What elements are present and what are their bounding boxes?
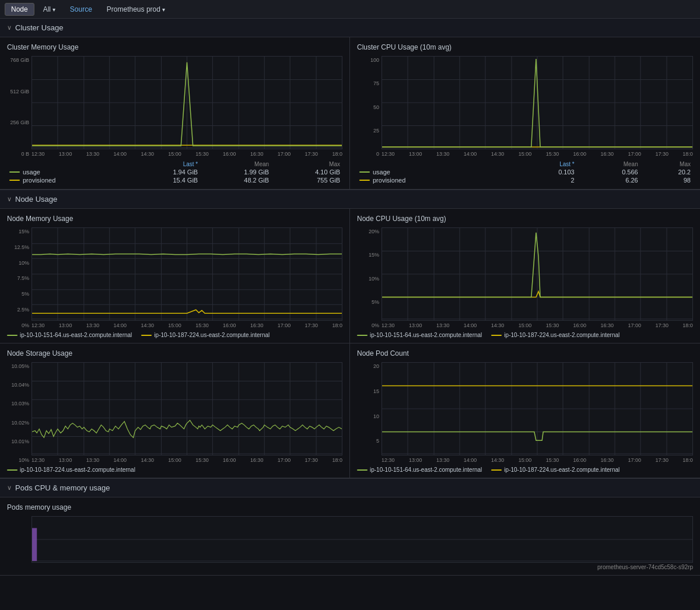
nav-source-btn[interactable]: Source — [64, 3, 98, 15]
cluster-cpu-legend: Last * Mean Max usage 0.103 0.566 20.2 p… — [357, 160, 693, 184]
cluster-memory-panel: Cluster Memory Usage 768 GiB 512 GiB 256… — [0, 37, 350, 189]
cluster-cpu-chart-container: 100 75 50 25 0 — [357, 56, 693, 158]
node-pod-legend: ip-10-10-151-64.us-east-2.compute.intern… — [357, 467, 693, 473]
node-pod-title: Node Pod Count — [357, 349, 693, 357]
cluster-memory-legend: Last * Mean Max usage 1.94 GiB 1.99 GiB … — [7, 160, 342, 184]
pods-memory-panel: Pods memory usage prometheus-server-74cd… — [0, 497, 700, 575]
node-cpu-svg-area — [382, 227, 693, 321]
node-pod-panel: Node Pod Count 20 15 10 5 — [350, 343, 700, 478]
node-cpu-title: Node CPU Usage (10m avg) — [357, 215, 693, 223]
node-storage-svg-area — [32, 362, 342, 455]
legend-cpu-row-usage: usage 0.103 0.566 20.2 — [357, 168, 693, 176]
nav-datasource-btn[interactable]: Prometheus prod — [100, 3, 172, 16]
node-pod-svg-area — [382, 362, 693, 455]
svg-rect-95 — [32, 528, 37, 562]
pods-memory-legend-label: prometheus-server-74cd5c58c-s92rp — [597, 564, 693, 570]
cluster-cpu-svg-area — [382, 56, 693, 149]
cluster-cpu-chart: 12:30 13:00 13:30 14:00 14:30 15:00 15:3… — [382, 56, 693, 158]
node-storage-title: Node Storage Usage — [7, 349, 342, 357]
nav-node-btn[interactable]: Node — [5, 3, 34, 16]
cluster-memory-svg-area — [32, 56, 342, 149]
cluster-cpu-panel: Cluster CPU Usage (10m avg) 100 75 50 25… — [350, 37, 700, 189]
cluster-cpu-x-labels: 12:30 13:00 13:30 14:00 14:30 15:00 15:3… — [382, 149, 693, 158]
pods-section: Pods CPU & memory usage Pods memory usag… — [0, 479, 700, 576]
node-memory-svg-area — [32, 227, 342, 321]
legend-cpu-row-provisioned: provisioned 2 6.26 98 — [357, 176, 693, 184]
pods-memory-svg-area — [32, 516, 693, 563]
node-storage-panel: Node Storage Usage 10.05% 10.04% 10.03% … — [0, 343, 350, 478]
node-mem-cpu-row: Node Memory Usage 15% 12.5% 10% 7.5% 5% … — [0, 209, 700, 343]
legend-row-provisioned: provisioned 15.4 GiB 48.2 GiB 755 GiB — [7, 176, 342, 184]
top-nav: Node All Source Prometheus prod — [0, 0, 700, 19]
cluster-charts-row: Cluster Memory Usage 768 GiB 512 GiB 256… — [0, 37, 700, 190]
pods-memory-title: Pods memory usage — [7, 503, 693, 511]
cluster-memory-x-labels: 12:30 13:00 13:30 14:00 14:30 15:00 15:3… — [32, 149, 342, 158]
nav-all-btn[interactable]: All — [37, 3, 62, 16]
node-memory-legend: ip-10-10-151-64.us-east-2.compute.intern… — [7, 332, 342, 338]
cluster-memory-chart: 12:30 13:00 13:30 14:00 14:30 15:00 15:3… — [32, 56, 342, 158]
node-cpu-legend: ip-10-10-151-64.us-east-2.compute.intern… — [357, 332, 693, 338]
node-cpu-panel: Node CPU Usage (10m avg) 20% 15% 10% 5% … — [350, 209, 700, 343]
node-storage-pod-row: Node Storage Usage 10.05% 10.04% 10.03% … — [0, 343, 700, 478]
node-storage-legend: ip-10-10-187-224.us-east-2.compute.inter… — [7, 467, 342, 473]
cluster-usage-header[interactable]: Cluster Usage — [0, 19, 700, 37]
cluster-cpu-title: Cluster CPU Usage (10m avg) — [357, 43, 693, 51]
cluster-memory-chart-container: 768 GiB 512 GiB 256 GiB 0 B — [7, 56, 342, 158]
node-usage-header[interactable]: Node Usage — [0, 190, 700, 209]
cluster-memory-title: Cluster Memory Usage — [7, 43, 342, 51]
node-usage-section: Node Usage Node Memory Usage 15% 12.5% 1… — [0, 190, 700, 479]
cluster-usage-section: Cluster Usage Cluster Memory Usage 768 G… — [0, 19, 700, 190]
cluster-cpu-y-labels: 100 75 50 25 0 — [357, 56, 379, 158]
node-usage-title: Node Usage — [15, 195, 57, 204]
node-memory-title: Node Memory Usage — [7, 215, 342, 223]
legend-row-usage: usage 1.94 GiB 1.99 GiB 4.10 GiB — [7, 168, 342, 176]
cluster-memory-y-labels: 768 GiB 512 GiB 256 GiB 0 B — [7, 56, 29, 158]
node-memory-panel: Node Memory Usage 15% 12.5% 10% 7.5% 5% … — [0, 209, 350, 343]
pods-section-header[interactable]: Pods CPU & memory usage — [0, 479, 700, 497]
pods-section-title: Pods CPU & memory usage — [15, 483, 110, 492]
cluster-usage-title: Cluster Usage — [15, 23, 63, 32]
